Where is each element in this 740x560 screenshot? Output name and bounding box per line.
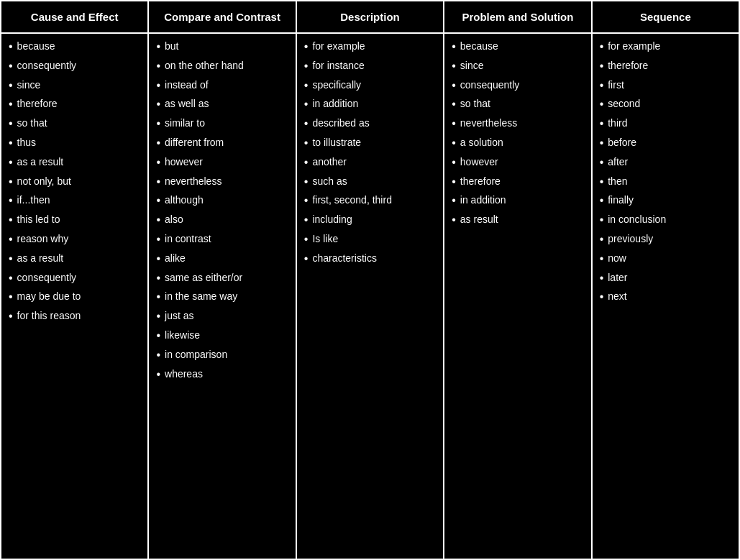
list-item: •in contrast: [156, 232, 288, 247]
list-item: •consequently: [452, 78, 583, 93]
list-item: •described as: [304, 116, 436, 132]
list-item-text: so that: [17, 116, 47, 131]
bullet-icon: •: [9, 232, 13, 247]
bullet-icon: •: [452, 213, 456, 228]
list-item-text: third: [608, 116, 627, 131]
list-item-text: for instance: [312, 59, 364, 73]
bullet-icon: •: [156, 309, 160, 324]
bullet-icon: •: [156, 59, 160, 74]
list-item-text: characteristics: [312, 252, 376, 266]
column-header-sequence: Sequence: [593, 1, 739, 34]
list-item: •as well as: [156, 97, 288, 112]
list-item-text: however: [165, 155, 203, 170]
bullet-icon: •: [452, 116, 456, 132]
list-item: •next: [600, 290, 731, 305]
list-item-text: also: [165, 213, 183, 227]
list-item-text: however: [460, 155, 498, 170]
list-item-text: a solution: [460, 136, 503, 150]
list-item-text: nevertheless: [460, 116, 517, 131]
list-item: •specifically: [304, 78, 436, 93]
list-item-text: in comparison: [165, 348, 227, 362]
bullet-icon: •: [9, 309, 13, 324]
list-item-text: just as: [165, 309, 193, 323]
list-item: •same as either/or: [156, 271, 288, 286]
bullet-icon: •: [9, 116, 13, 132]
list-item-text: similar to: [165, 116, 205, 131]
list-item: •therefore: [9, 97, 140, 112]
list-item-text: after: [608, 155, 628, 170]
list-item: •after: [600, 155, 731, 170]
column-header-cause-effect: Cause and Effect: [1, 1, 147, 34]
bullet-icon: •: [156, 329, 160, 344]
list-item: •this led to: [9, 213, 140, 228]
bullet-icon: •: [9, 59, 13, 74]
list-item-text: second: [608, 97, 640, 111]
bullet-icon: •: [452, 175, 456, 190]
list-item-text: nevertheless: [165, 175, 221, 189]
bullet-icon: •: [600, 40, 604, 55]
list-item: •another: [304, 155, 436, 170]
list-item-text: as result: [460, 213, 498, 227]
bullet-icon: •: [304, 97, 309, 112]
bullet-icon: •: [304, 175, 309, 190]
list-item: •such as: [304, 175, 436, 190]
list-item: •for example: [304, 40, 436, 55]
list-item-text: because: [460, 40, 498, 54]
main-table: Cause and Effect•because•consequently•si…: [0, 0, 740, 560]
column-body-cause-effect: •because•consequently•since•therefore•so…: [1, 34, 147, 559]
bullet-icon: •: [452, 136, 456, 151]
list-item: •to illustrate: [304, 136, 436, 151]
bullet-icon: •: [452, 78, 456, 93]
list-item: •on the other hand: [156, 59, 288, 74]
bullet-icon: •: [156, 136, 160, 151]
list-item-text: before: [608, 136, 636, 150]
column-cause-effect: Cause and Effect•because•consequently•si…: [1, 1, 149, 559]
list-item: •characteristics: [304, 252, 436, 267]
list-item: •before: [600, 136, 731, 151]
bullet-icon: •: [156, 97, 160, 112]
list-item-text: reason why: [17, 232, 69, 247]
column-description: Description•for example•for instance•spe…: [297, 1, 444, 559]
list-item: •third: [600, 116, 731, 132]
bullet-icon: •: [600, 193, 604, 208]
list-item-text: if...then: [17, 193, 50, 208]
bullet-icon: •: [600, 59, 604, 74]
bullet-icon: •: [156, 193, 160, 208]
bullet-icon: •: [304, 78, 309, 93]
bullet-icon: •: [156, 252, 160, 267]
bullet-icon: •: [304, 252, 309, 267]
list-item: •reason why: [9, 232, 140, 247]
list-item: •since: [452, 59, 583, 74]
column-header-description: Description: [297, 1, 443, 34]
list-item-text: since: [17, 78, 41, 93]
list-item-text: finally: [608, 193, 634, 208]
bullet-icon: •: [156, 116, 160, 132]
list-item: •therefore: [600, 59, 731, 74]
list-item: •previously: [600, 232, 731, 247]
bullet-icon: •: [156, 78, 160, 93]
bullet-icon: •: [156, 367, 160, 382]
list-item: •whereas: [156, 367, 288, 382]
column-header-compare-contrast: Compare and Contrast: [149, 1, 295, 34]
bullet-icon: •: [600, 271, 604, 286]
list-item-text: including: [312, 213, 352, 227]
bullet-icon: •: [9, 290, 13, 305]
column-sequence: Sequence•for example•therefore•first•sec…: [593, 1, 739, 559]
list-item-text: for example: [608, 40, 660, 54]
list-item-text: consequently: [460, 78, 520, 93]
column-body-problem-solution: •because•since•consequently•so that•neve…: [444, 34, 590, 559]
list-item-text: different from: [165, 136, 224, 150]
bullet-icon: •: [9, 193, 13, 208]
bullet-icon: •: [304, 193, 309, 208]
bullet-icon: •: [9, 155, 13, 170]
column-problem-solution: Problem and Solution•because•since•conse…: [444, 1, 592, 559]
list-item-text: another: [312, 155, 346, 170]
list-item: •consequently: [9, 271, 140, 286]
list-item: •in comparison: [156, 348, 288, 363]
list-item: •not only, but: [9, 175, 140, 190]
list-item-text: this led to: [17, 213, 60, 227]
list-item-text: first: [608, 78, 624, 93]
list-item-text: whereas: [165, 367, 203, 382]
list-item: •for this reason: [9, 309, 140, 324]
list-item: •although: [156, 193, 288, 208]
